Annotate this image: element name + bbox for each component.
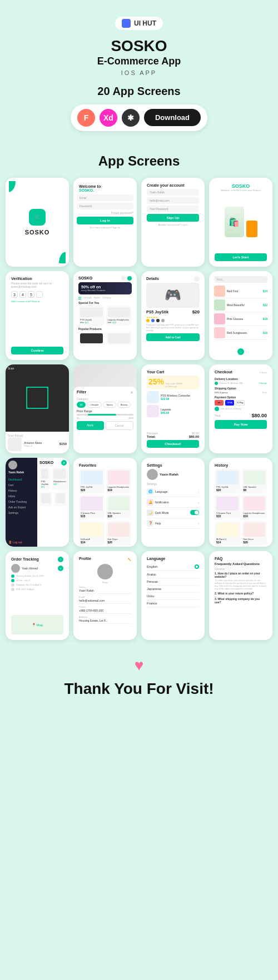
menu-product-3[interactable] <box>39 492 52 506</box>
price-slider[interactable] <box>77 414 133 416</box>
search-item-2[interactable]: Most Beautiful $22 <box>214 298 267 312</box>
otp-box-4[interactable] <box>36 291 43 298</box>
menu-item-dashboard[interactable]: Dashboard <box>8 477 34 482</box>
menu-item-history[interactable]: History <box>8 488 34 493</box>
fav-item-6[interactable]: Hair Dryer $20 <box>106 521 132 546</box>
language-france[interactable]: France <box>147 600 199 607</box>
gpay-icon[interactable]: G Pay <box>236 400 245 406</box>
otp-box-3[interactable]: 5 <box>28 291 34 298</box>
color-blue[interactable] <box>151 319 155 322</box>
category-tabs[interactable]: All Lifestyle Sports Clothing <box>78 296 132 299</box>
settings-notification[interactable]: 🔔 Notification › <box>147 497 199 508</box>
otp-box-1[interactable]: 3 <box>11 291 18 298</box>
lets-start-button[interactable]: Let's Start <box>215 253 267 261</box>
cart-icon[interactable] <box>121 276 126 281</box>
close-drawer-icon[interactable]: ✕ <box>61 460 67 466</box>
toggle-icon[interactable] <box>215 407 219 411</box>
confirm-button[interactable]: Confirm <box>11 347 63 354</box>
history-item-6[interactable]: Hair Drum $20 <box>242 521 267 546</box>
resend-link[interactable]: Didn't receive code? Resend <box>11 300 63 303</box>
login-button[interactable]: Log In <box>77 217 133 224</box>
register-name-field[interactable]: Yasin Rafah <box>147 189 199 196</box>
filter-close-icon[interactable]: ✕ <box>130 391 133 395</box>
fav-item-2[interactable]: Laypotis Headphones $19 <box>106 469 132 493</box>
color-gray[interactable] <box>161 319 165 322</box>
menu-product-2[interactable]: Headphones $19 <box>52 467 68 490</box>
menu-item-inbox[interactable]: Inbox <box>8 493 34 499</box>
change-address-link[interactable]: Change <box>259 382 267 384</box>
forgot-password-link[interactable]: Forgot password? <box>77 211 133 214</box>
tab-sports[interactable]: Sports <box>94 296 101 299</box>
product-card-2[interactable]: Laypotis Headphones $59 $19 <box>106 306 132 326</box>
language-arabic[interactable]: Arabic <box>147 571 199 578</box>
mastercard-icon[interactable]: ●● <box>215 400 224 406</box>
tracking-expand-icon[interactable]: + <box>58 566 63 571</box>
menu-logout[interactable]: 🚪 Log out <box>8 541 34 544</box>
register-email-field[interactable]: hello@mail.com <box>147 197 199 204</box>
history-item-2[interactable]: UBL Speaker $8 <box>242 469 267 493</box>
otp-input-group[interactable]: 3 4 5 <box>11 291 63 298</box>
language-urdu[interactable]: Urdu <box>147 593 199 600</box>
login-signup-link[interactable]: Don't have a account? Sign Up <box>77 226 133 229</box>
filter-chip-sports[interactable]: Sports <box>103 402 116 408</box>
download-button[interactable]: Download <box>144 109 201 126</box>
tab-all[interactable]: All <box>78 296 81 299</box>
pay-now-button[interactable]: Pay Now <box>215 420 267 429</box>
resend-action[interactable]: Resend <box>32 300 39 303</box>
add-to-cart-button[interactable]: Add to Cart <box>146 333 200 341</box>
search-input[interactable]: Find... <box>214 276 267 283</box>
filter-chip-lifestyle[interactable]: Lifestyle <box>87 402 102 408</box>
popular-card-1[interactable] <box>78 332 105 345</box>
wishlist-icon[interactable] <box>194 276 200 282</box>
popular-card-2[interactable] <box>106 332 132 345</box>
menu-item-expert[interactable]: Ask an Expert <box>8 504 34 510</box>
figma-icon[interactable]: F <box>77 109 95 127</box>
fav-item-4[interactable]: UBL Speaker $23 <box>106 495 132 519</box>
register-login-link[interactable]: Already have account? Log In <box>147 223 199 226</box>
fav-item-1[interactable]: PS5 JoyStik $20 <box>79 469 105 493</box>
history-item-4[interactable]: Laypotis Headphones $19 <box>242 495 267 519</box>
menu-item-settings[interactable]: Settings <box>8 510 34 516</box>
otp-box-2[interactable]: 4 <box>19 291 26 298</box>
sketch-icon[interactable]: ✱ <box>122 109 140 127</box>
search-item-3[interactable]: Pink Glasses $18 <box>214 312 267 326</box>
settings-language[interactable]: 🌐 Language › <box>147 487 199 497</box>
profile-icon[interactable] <box>127 276 132 281</box>
language-english[interactable]: English <box>147 563 199 571</box>
visa-icon[interactable]: VISA <box>225 400 234 406</box>
history-item-5[interactable]: Mi Band 4 $14 <box>215 521 240 546</box>
filter-apply-button[interactable]: Apply <box>77 421 104 430</box>
checkout-button[interactable]: Checkout! <box>147 440 199 448</box>
fav-item-3[interactable]: 3 Quaver Pant $15 <box>79 495 105 519</box>
color-black[interactable] <box>156 319 160 322</box>
history-item-1[interactable]: PS5 JoyStik $20 <box>215 469 240 493</box>
search-item-4[interactable]: Red Sunglasses $16 <box>214 326 267 340</box>
dark-mode-toggle[interactable] <box>190 510 199 515</box>
login-password-field[interactable]: Password <box>77 203 133 209</box>
color-yellow[interactable] <box>146 319 150 322</box>
profile-edit-icon[interactable]: ✏️ <box>128 558 131 561</box>
register-button[interactable]: Sign Up <box>147 214 199 222</box>
tab-lifestyle[interactable]: Lifestyle <box>83 296 92 299</box>
pagination-btn[interactable]: › <box>237 348 244 355</box>
menu-item-cart[interactable]: Cart <box>8 482 34 488</box>
language-japanese[interactable]: Japanese <box>147 586 199 593</box>
filter-chip-all[interactable]: All <box>77 402 86 408</box>
settings-dark-mode[interactable]: 🌙 Dark Mode <box>147 508 199 518</box>
tab-clothing[interactable]: Clothing <box>102 296 111 299</box>
search-item-1[interactable]: Red First $14 <box>214 284 267 298</box>
menu-product-4[interactable] <box>54 492 67 506</box>
fav-item-5[interactable]: Hi Boat A $14 <box>79 521 105 546</box>
xd-icon[interactable]: Xd <box>100 109 117 127</box>
history-item-3[interactable]: 3 Quaver Pant $15 <box>215 495 240 519</box>
menu-item-order-tracking[interactable]: Order Tracking <box>8 499 34 504</box>
filter-cancel-button[interactable]: Cancel <box>106 421 134 430</box>
filter-chip-beauty[interactable]: Beauty <box>117 402 131 408</box>
login-email-field[interactable]: Email <box>77 194 133 201</box>
menu-product-1[interactable]: PS5 JoyStik $21 <box>39 467 50 490</box>
product-card-1[interactable]: PYS Joystik $31 $21 <box>78 306 105 326</box>
register-password-field[interactable]: Your Password <box>147 206 199 212</box>
color-picker[interactable] <box>146 319 200 322</box>
settings-help[interactable]: ❓ Help › <box>147 518 199 529</box>
language-persian[interactable]: Persian <box>147 578 199 586</box>
